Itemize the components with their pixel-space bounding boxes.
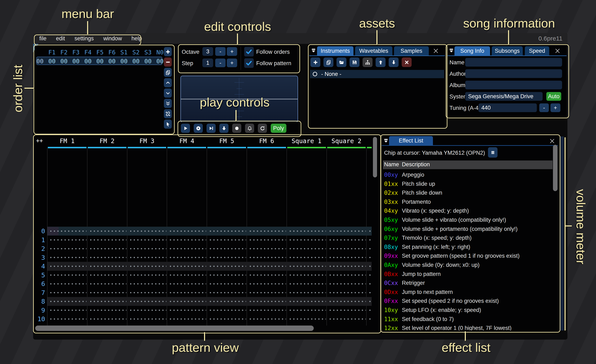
pattern-cell[interactable] <box>328 262 366 271</box>
pattern-cell[interactable] <box>368 306 372 315</box>
order-duplicate-button[interactable] <box>164 68 172 77</box>
order-cell[interactable]: 00 <box>142 58 154 65</box>
pattern-cell[interactable] <box>49 279 87 288</box>
pattern-horizontal-scrollbar[interactable] <box>35 326 314 331</box>
pattern-cell[interactable] <box>368 236 372 244</box>
pattern-cell[interactable] <box>289 253 326 262</box>
effect-list-row[interactable]: 0AxyVolume slide (0y: down; x0: up) <box>382 261 552 270</box>
pattern-cell[interactable] <box>209 236 246 244</box>
pattern-cell[interactable] <box>89 306 127 315</box>
close-icon[interactable] <box>549 138 555 144</box>
pattern-cell[interactable] <box>368 279 372 288</box>
pattern-cell[interactable] <box>209 288 246 297</box>
list-item[interactable]: - None - <box>310 70 444 78</box>
pattern-cell[interactable] <box>169 244 206 253</box>
pattern-cell[interactable] <box>289 271 326 280</box>
effect-list-row[interactable]: 11xxSet feedback (0 to 7) <box>382 315 552 324</box>
pattern-cell[interactable] <box>129 262 166 271</box>
pattern-cell[interactable] <box>169 314 206 323</box>
order-cell[interactable]: 00 <box>46 58 58 65</box>
effect-list-row[interactable]: 01xxPitch slide up <box>382 180 552 189</box>
pattern-cell[interactable] <box>89 279 127 288</box>
effect-list-row[interactable]: 03xxPortamento <box>382 197 552 207</box>
tab-subsongs[interactable]: Subsongs <box>492 46 523 55</box>
effect-list-row[interactable]: 02xxPitch slide down <box>382 189 552 197</box>
pattern-cell[interactable] <box>289 297 326 306</box>
pattern-cell[interactable] <box>249 236 286 244</box>
pattern-cell[interactable] <box>368 227 372 236</box>
pattern-cell[interactable] <box>169 262 206 271</box>
pattern-cell[interactable] <box>169 236 206 244</box>
effect-list-row[interactable]: 10xySetup LFO (x: enable; y: speed) <box>382 306 552 315</box>
order-cell[interactable]: 00 <box>94 58 106 65</box>
pattern-cell[interactable] <box>49 227 87 236</box>
author-field[interactable] <box>465 69 562 78</box>
pattern-vertical-scrollbar[interactable] <box>373 137 377 177</box>
decrease-button[interactable]: - <box>215 58 226 67</box>
order-double-chevron-down-button[interactable] <box>164 99 172 108</box>
value-box[interactable]: 3 <box>202 47 213 56</box>
pattern-cell[interactable] <box>328 244 366 253</box>
effect-list-row[interactable]: 0DxxJump to next pattern <box>382 288 552 297</box>
pattern-cell[interactable] <box>209 323 246 326</box>
effect-list-row[interactable]: 05xyVolume slide + vibrato (compatibilit… <box>382 216 552 225</box>
pattern-cell[interactable] <box>129 253 166 262</box>
checkbox[interactable] <box>244 58 254 68</box>
pattern-cell[interactable] <box>249 279 286 288</box>
pattern-cell[interactable] <box>249 271 286 280</box>
pattern-cell[interactable] <box>249 253 286 262</box>
pattern-cell[interactable] <box>89 253 127 262</box>
pattern-cell[interactable] <box>49 253 87 262</box>
order-unlink-button[interactable] <box>164 109 172 118</box>
pattern-cell[interactable] <box>328 306 366 315</box>
pattern-cell[interactable] <box>368 297 372 306</box>
tuning-field[interactable]: 440 <box>478 103 537 112</box>
pattern-cell[interactable] <box>49 306 87 315</box>
order-cursor-button[interactable] <box>164 120 172 129</box>
pattern-cell[interactable] <box>249 323 286 326</box>
effect-list-row[interactable]: 12xxSet level of operator 1 (0 highest, … <box>382 324 552 330</box>
pattern-cell[interactable] <box>209 306 246 315</box>
tab-samples[interactable]: Samples <box>394 46 429 55</box>
order-cell[interactable]: 00 <box>70 58 82 65</box>
pattern-cell[interactable] <box>209 314 246 323</box>
increase-button[interactable]: + <box>227 58 237 67</box>
pattern-cell[interactable] <box>328 323 366 326</box>
pattern-cell[interactable] <box>89 227 127 236</box>
order-cell[interactable]: 00 <box>130 58 142 65</box>
effect-list-row[interactable]: 00xyArpeggio <box>382 170 552 180</box>
play-button[interactable] <box>181 124 190 133</box>
effect-list-scrollbar[interactable] <box>553 145 558 191</box>
effect-list-row[interactable]: 08xySet panning (x: left; y: right) <box>382 243 552 252</box>
pattern-cell[interactable] <box>129 227 166 236</box>
pattern-cell[interactable] <box>249 227 286 236</box>
pattern-cell[interactable] <box>328 271 366 280</box>
pattern-cell[interactable] <box>169 288 206 297</box>
pattern-cell[interactable] <box>249 244 286 253</box>
channel-header-fm-3[interactable]: FM 3 <box>127 137 167 145</box>
order-chevron-down-button[interactable] <box>164 88 172 98</box>
order-minus-button[interactable] <box>164 58 172 67</box>
system-dropdown[interactable]: Sega Genesis/Mega Drive <box>465 92 543 101</box>
pattern-cell[interactable] <box>169 227 206 236</box>
tab-song-info[interactable]: Song Info <box>454 46 490 55</box>
pattern-cell[interactable] <box>209 227 246 236</box>
pattern-cell[interactable] <box>368 262 372 271</box>
pattern-cell[interactable] <box>89 271 127 280</box>
poly-button[interactable]: Poly <box>271 124 286 133</box>
effect-list-row[interactable]: 0CxxRetrigger <box>382 279 552 288</box>
pattern-cell[interactable] <box>249 288 286 297</box>
auto-button[interactable]: Auto <box>546 92 561 101</box>
channel-header-fm-6[interactable]: FM 6 <box>247 137 287 145</box>
tab-instruments[interactable]: Instruments <box>317 46 353 55</box>
pattern-cell[interactable] <box>289 323 326 326</box>
effect-list-menu-button[interactable] <box>488 147 498 158</box>
order-plus-button[interactable] <box>164 47 172 56</box>
pattern-cell[interactable] <box>129 297 166 306</box>
pattern-cell[interactable] <box>368 253 372 262</box>
close-icon[interactable] <box>554 48 561 54</box>
channel-header-fm-5[interactable]: FM 5 <box>207 137 247 145</box>
pattern-cell[interactable] <box>368 323 372 326</box>
pattern-cell[interactable] <box>49 271 87 280</box>
channel-header-fm-4[interactable]: FM 4 <box>167 137 207 145</box>
